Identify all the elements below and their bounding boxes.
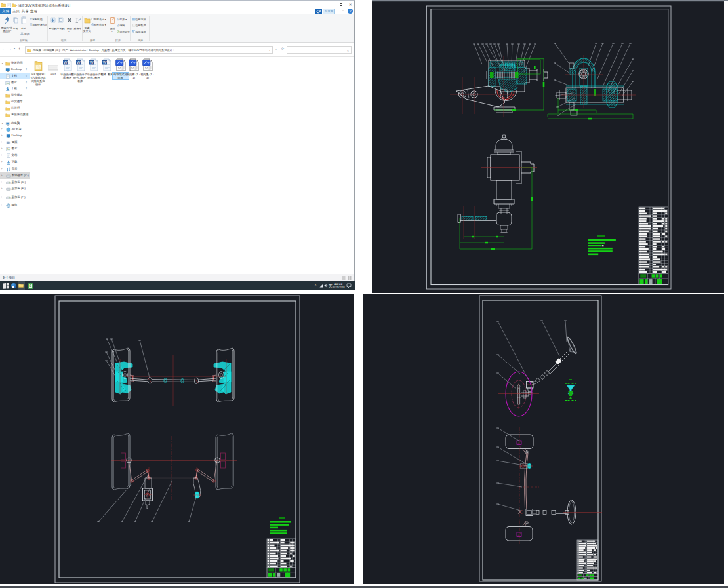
- tab-share[interactable]: 共享: [21, 8, 30, 14]
- history-button[interactable]: 历史记录: [117, 30, 130, 34]
- sidebar-item-label: 待送打: [11, 105, 20, 111]
- address-dropdown-icon[interactable]: ▾: [269, 49, 270, 52]
- paste-button[interactable]: 粘贴: [19, 27, 28, 30]
- file-item-1[interactable]: 0001: [45, 58, 61, 76]
- sidebar-pc-item-1[interactable]: ›Desktop: [0, 132, 31, 139]
- sidebar-pc-item-4[interactable]: ›文档: [0, 152, 31, 159]
- search-icon: ⌕: [347, 49, 349, 53]
- baidu-netdisk-icon[interactable]: [315, 9, 322, 15]
- files-pane: 568 城市SUV汽车循环球式转向系统设计0001W毕业设计数据-翻译W毕业设计…: [30, 57, 354, 274]
- sidebar-pc-item-2[interactable]: ›视频: [0, 139, 31, 146]
- properties-button[interactable]: 属性: [108, 27, 117, 30]
- sidebar-pc-item-9[interactable]: ›新加卷 (E:): [0, 186, 31, 192]
- sidebar-item-3[interactable]: 下载✎: [0, 85, 31, 92]
- breadcrumb-item[interactable]: 此电脑: [33, 49, 41, 52]
- help-icon[interactable]: ?: [348, 9, 353, 14]
- sidebar-item-label: 毕业辅导: [11, 92, 23, 98]
- baidu-netdisk-badge[interactable]: 百度网盘: [323, 9, 335, 14]
- sidebar-extra-drive[interactable]: ›新加卷 (F:): [0, 194, 31, 201]
- taskbar-clock[interactable]: 10:33 2021/7/28: [331, 282, 346, 290]
- svg-text:W: W: [90, 60, 94, 64]
- up-button[interactable]: ↑: [18, 47, 20, 50]
- address-history-icon[interactable]: ▾: [275, 47, 277, 50]
- paste-shortcut-button[interactable]: 粘贴快捷方式: [30, 23, 47, 27]
- pin-icon: ✎: [23, 86, 29, 92]
- tab-view[interactable]: 查看: [30, 8, 38, 14]
- quick-access-dropdown-icon[interactable]: ▾: [16, 3, 18, 7]
- taskbar-explorer-active[interactable]: [18, 281, 25, 291]
- sidebar-item-1[interactable]: 文档✎: [0, 73, 31, 79]
- tab-file[interactable]: 文件: [0, 8, 11, 14]
- select-all-button[interactable]: 全部选择: [132, 18, 146, 22]
- sidebar-this-pc[interactable]: ⌄此电脑: [0, 120, 31, 127]
- easy-access-button[interactable]: 轻松访问 ▾: [91, 23, 106, 27]
- sidebar-quick-access[interactable]: ⌄快速访问: [0, 60, 31, 66]
- sidebar-item-7[interactable]: 液压传动原理: [0, 111, 31, 118]
- breadcrumb-item[interactable]: Administrator: [70, 49, 87, 52]
- back-button[interactable]: ←: [2, 47, 6, 50]
- sidebar-item-4[interactable]: 毕业辅导: [0, 92, 31, 98]
- svg-text:W: W: [76, 60, 80, 64]
- file-item-0[interactable]: 568 城市SUV汽车循环球式转向系统设计: [30, 58, 46, 86]
- properties-dropdown-icon[interactable]: ▾: [111, 30, 113, 33]
- sidebar-network[interactable]: ›网络: [0, 202, 31, 208]
- sidebar-pc-item-0[interactable]: ›3D 对象: [0, 126, 31, 132]
- close-button[interactable]: ✕: [346, 1, 355, 8]
- address-bar[interactable]: 此电脑 › 本地磁盘 (C:) › 用户 › Administrator › D…: [25, 46, 273, 54]
- sidebar-item-2[interactable]: 图片✎: [0, 79, 31, 86]
- forward-button[interactable]: →: [8, 47, 12, 50]
- sidebar-pc-item-7[interactable]: ›本地磁盘 (C:): [0, 172, 31, 179]
- select-none-button[interactable]: 全部取消: [132, 24, 146, 28]
- sidebar-pc-item-6[interactable]: ›音乐: [0, 166, 31, 172]
- taskbar-explorer-icon: [18, 283, 24, 288]
- file-item-8[interactable]: 转向系 (1：4): [140, 58, 155, 79]
- breadcrumb-item[interactable]: 凡素图: [102, 49, 110, 52]
- maximize-button[interactable]: [336, 1, 346, 8]
- app-folder-icon: [1, 2, 6, 7]
- recent-locations-icon[interactable]: ▾: [14, 47, 15, 50]
- breadcrumb-item[interactable]: 新建文件夹: [112, 49, 126, 52]
- tab-home[interactable]: 主页: [12, 8, 20, 14]
- details-view-icon[interactable]: [342, 276, 346, 280]
- new-folder-button[interactable]: 新建文件夹: [81, 26, 92, 33]
- tray-network-icon[interactable]: [319, 284, 323, 288]
- sidebar-item-label: 新加卷 (E:): [12, 186, 26, 192]
- breadcrumb-item[interactable]: 城市SUV汽车循环球式转向系统设计: [129, 49, 172, 52]
- new-item-button[interactable]: 新建项目 ▾: [91, 18, 106, 22]
- sidebar-item-6[interactable]: 待送打: [0, 105, 31, 111]
- sidebar-pc-item-3[interactable]: ›图片: [0, 146, 31, 152]
- breadcrumb-separator[interactable]: ›: [172, 49, 174, 52]
- tray-chevron-icon[interactable]: ⌃: [314, 284, 317, 288]
- tray-volume-icon[interactable]: [324, 284, 329, 288]
- sidebar-item-label: 文档: [12, 152, 18, 159]
- quick-access-newfolder-icon[interactable]: [12, 3, 16, 7]
- breadcrumb[interactable]: 此电脑 › 本地磁盘 (C:) › 用户 › Administrator › D…: [33, 47, 174, 54]
- quick-access-properties-icon[interactable]: [7, 3, 11, 7]
- sidebar-item-label: 快速访问: [11, 60, 23, 66]
- ribbon-collapse-icon[interactable]: ⌃: [342, 9, 344, 13]
- sidebar-item-5[interactable]: 论文辅导: [0, 98, 31, 105]
- edit-button[interactable]: 编辑: [117, 24, 125, 28]
- copy-path-button[interactable]: 复制路径: [30, 18, 43, 22]
- 3d-icon: [6, 127, 11, 132]
- action-center-icon[interactable]: [346, 283, 352, 288]
- taskbar-app-icon[interactable]: S: [28, 283, 33, 289]
- open-button[interactable]: 打开 ▾: [117, 18, 127, 22]
- thumbnail-view-icon[interactable]: [348, 276, 352, 280]
- breadcrumb-item[interactable]: 本地磁盘 (C:): [43, 49, 60, 52]
- sidebar-pc-item-8[interactable]: ›新加卷 (D:): [0, 179, 31, 186]
- delete-dropdown-icon[interactable]: ▾: [68, 30, 70, 33]
- minimize-button[interactable]: [327, 1, 336, 8]
- cut-button[interactable]: 剪切: [20, 32, 30, 36]
- svg-text:W: W: [103, 60, 107, 64]
- copy-to-button[interactable]: 复制到: [56, 27, 66, 30]
- refresh-icon[interactable]: ⟳: [281, 47, 284, 50]
- sidebar-item-0[interactable]: Desktop✎: [0, 66, 31, 73]
- start-button[interactable]: [3, 283, 9, 289]
- sidebar-pc-item-5[interactable]: ›下载: [0, 159, 31, 165]
- search-box[interactable]: ⌕: [287, 46, 352, 54]
- taskbar-browser-icon[interactable]: [11, 283, 16, 288]
- breadcrumb-item[interactable]: Desktop: [89, 49, 98, 52]
- sidebar-item-label: 液压传动原理: [11, 111, 28, 118]
- invert-selection-button[interactable]: 反向选择: [132, 30, 146, 34]
